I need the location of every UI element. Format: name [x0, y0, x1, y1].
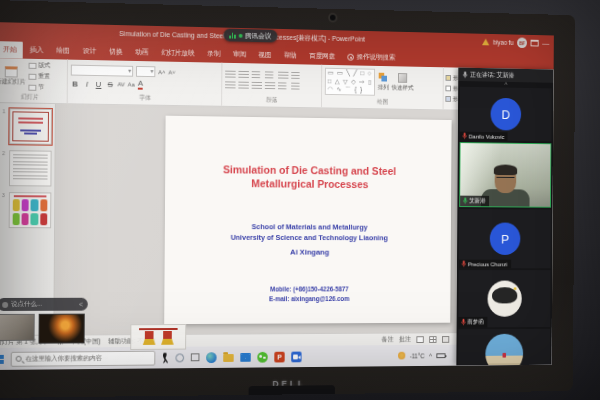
layout-icon [29, 62, 37, 68]
slide-thumbnail-2[interactable] [9, 150, 52, 186]
bullets-icon[interactable] [225, 70, 235, 78]
tab-animations[interactable]: 动画 [129, 44, 154, 61]
participant-name: Danilo Vukovic [469, 133, 505, 139]
tab-draw[interactable]: 绘图 [50, 42, 76, 59]
slide-contact-textbox[interactable]: Mobile: (+86)150-4226-5877 E-mail: aixin… [164, 284, 450, 304]
tab-help[interactable]: 帮助 [278, 47, 303, 64]
photo-of-laptop: Simulation of Die Casting and Steel Meta… [0, 0, 600, 400]
font-size-dropdown[interactable] [136, 66, 155, 77]
taskbar-search[interactable]: 在这里输入你要搜索的内容 [11, 350, 156, 366]
tab-home[interactable]: 开始 [0, 41, 23, 59]
tell-me-search[interactable]: 操作说明搜索 [347, 52, 395, 67]
wechat-icon[interactable] [257, 351, 267, 362]
ribbon-display-options-icon[interactable] [531, 40, 539, 47]
shrink-font-button[interactable]: A˅ [168, 69, 175, 75]
warning-icon[interactable] [482, 39, 489, 46]
slide-email-line: E-mail: aixingang@126.com [164, 294, 450, 304]
tab-view[interactable]: 视图 [253, 47, 278, 64]
slide-affiliation-textbox[interactable]: School of Materials and Metallurgy Unive… [165, 222, 451, 243]
section-label: 节 [38, 83, 44, 92]
align-center-icon[interactable] [238, 81, 248, 89]
quick-styles-button[interactable]: 快速样式 [391, 73, 413, 93]
slide-thumbnail-1[interactable] [9, 108, 52, 144]
font-group-label: 字体 [71, 91, 219, 105]
increase-indent-icon[interactable] [265, 71, 275, 79]
char-spacing-button[interactable]: AV [118, 81, 125, 87]
tab-record[interactable]: 录制 [201, 46, 226, 63]
laptop-bezel: Simulation of Die Casting and Steel Meta… [0, 0, 575, 398]
tab-slideshow[interactable]: 幻灯片放映 [155, 45, 200, 63]
thumb3-title-line [14, 195, 47, 197]
new-slide-button[interactable]: 新建幻灯片 [0, 66, 26, 85]
tab-baidu-netdisk[interactable]: 百度网盘 [304, 48, 341, 65]
slideshow-view-icon[interactable] [442, 336, 449, 343]
participant-tile-ai-xingang-video[interactable]: 艾新港 [459, 142, 551, 208]
columns-icon[interactable] [278, 82, 288, 90]
start-button[interactable] [0, 354, 4, 363]
minimize-button[interactable]: — [542, 39, 549, 48]
grow-font-button[interactable]: A˄ [158, 69, 165, 75]
participant-tile-danilo[interactable]: D Danilo Vukovic [460, 87, 552, 142]
meeting-live-dot [238, 33, 242, 37]
laptop-hinge-notch [249, 385, 335, 395]
search-icon [16, 356, 22, 362]
participant-tile-precious[interactable]: P Precious Chonzi [459, 209, 551, 268]
section-button[interactable]: 节 [28, 83, 50, 92]
align-right-icon[interactable] [252, 81, 262, 89]
normal-view-icon[interactable] [416, 336, 423, 343]
tencent-meeting-taskbar-icon[interactable] [291, 351, 301, 362]
video-preview-flame[interactable] [38, 314, 84, 344]
reset-button[interactable]: 重置 [28, 72, 50, 81]
align-left-icon[interactable] [225, 81, 235, 89]
numbering-icon[interactable] [238, 70, 248, 78]
bold-button[interactable]: B [71, 79, 80, 88]
notes-button[interactable]: 备注 [382, 335, 394, 344]
temperature[interactable]: -11°C [410, 352, 425, 359]
arrange-icon [379, 73, 388, 83]
chat-collapse-arrow[interactable]: < [79, 301, 83, 308]
smartart-convert-icon[interactable] [291, 82, 301, 90]
underline-button[interactable]: U [94, 79, 103, 88]
shape-effects-icon [445, 96, 450, 102]
strikethrough-button[interactable]: S [106, 80, 115, 89]
tab-transitions[interactable]: 切换 [103, 44, 128, 61]
tray-expand-arrow[interactable]: ^ [429, 352, 432, 359]
line-spacing-icon[interactable] [278, 71, 288, 79]
justify-icon[interactable] [265, 82, 275, 90]
comments-button[interactable]: 批注 [399, 335, 411, 344]
slide-title-textbox[interactable]: Simulation of Die Casting and Steel Meta… [165, 163, 451, 192]
video-preview-molds[interactable] [130, 324, 186, 350]
task-view-icon[interactable] [191, 353, 200, 361]
battery-icon[interactable] [436, 353, 445, 358]
edge-browser-icon[interactable] [206, 352, 217, 363]
account-avatar[interactable]: BF [517, 37, 527, 48]
video-preview-furnace[interactable] [0, 314, 35, 341]
slide-author-textbox[interactable]: Ai Xingang [165, 247, 451, 256]
decrease-indent-icon[interactable] [252, 71, 262, 79]
shapes-gallery[interactable]: ▭ ▭ ╲ ╱ □ ○ □ △ ▽ ◇ ⇨ ▯ ◠ ∿ ⌒ { } [325, 68, 375, 95]
weather-icon[interactable] [398, 352, 405, 360]
slide-sorter-view-icon[interactable] [429, 336, 436, 343]
font-color-button[interactable]: A [138, 80, 143, 90]
tab-review[interactable]: 审阅 [227, 46, 252, 63]
participant-tile-yumenghan[interactable]: 雨梦函 [458, 270, 550, 327]
arrange-button[interactable]: 排列 [378, 73, 389, 92]
italic-button[interactable]: I [82, 79, 91, 88]
slide-thumbnail-3[interactable] [8, 192, 51, 228]
thumb-number: 2 [2, 150, 7, 186]
powerpoint-taskbar-icon[interactable]: P [274, 351, 284, 362]
account-name[interactable]: biyao fu [493, 39, 514, 46]
change-case-button[interactable]: Aa [128, 82, 135, 88]
cortana-icon[interactable] [175, 353, 184, 362]
participant-tile-partial[interactable] [458, 329, 550, 366]
tab-insert[interactable]: 插入 [24, 42, 50, 59]
slide[interactable]: Simulation of Die Casting and Steel Meta… [164, 116, 451, 324]
file-explorer-icon[interactable] [223, 354, 233, 362]
tencent-meeting-pill[interactable]: 腾讯会议 [223, 29, 277, 43]
text-direction-icon[interactable] [291, 71, 301, 79]
tab-design[interactable]: 设计 [77, 43, 102, 60]
chat-input[interactable]: 说点什么... < [0, 298, 88, 311]
layout-button[interactable]: 版式 [29, 61, 51, 70]
font-name-dropdown[interactable] [71, 65, 133, 77]
mail-icon[interactable] [240, 352, 250, 361]
